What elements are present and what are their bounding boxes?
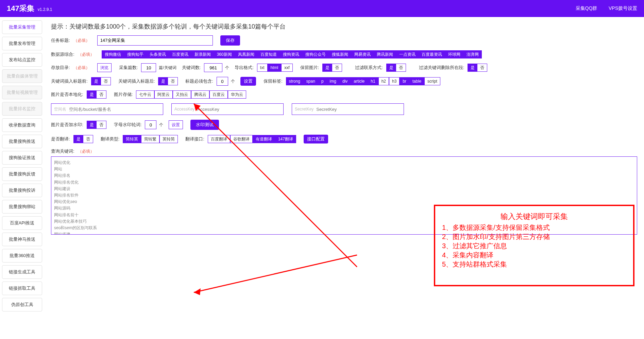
source-tag-3[interactable]: 百度资讯 xyxy=(169,50,191,58)
sidebar-item-s17[interactable]: 伪原创工具 xyxy=(2,298,42,311)
transtype-tag-1[interactable]: 简转繁 xyxy=(141,135,159,143)
api-config-button[interactable]: 接口配置 xyxy=(304,135,328,143)
kwcnt-unit: 个 xyxy=(225,65,229,71)
ak-input[interactable] xyxy=(197,107,281,112)
brand-text: 147采集 xyxy=(7,4,34,13)
source-tag-7[interactable]: 百度知道 xyxy=(257,50,280,58)
sidebar-item-s0[interactable]: 批量采集管理 xyxy=(2,20,42,34)
imgstore-tag-3[interactable]: 腾讯云 xyxy=(191,90,209,99)
annotation-line: 2、图片加水印/支持图片第三方存储 xyxy=(442,232,626,241)
htmltag-2[interactable]: p xyxy=(318,77,327,85)
after-toggle[interactable]: 是否 xyxy=(158,77,178,85)
source-tag-12[interactable]: 腾讯新闻 xyxy=(374,50,396,58)
sidebar-item-s10[interactable]: 批量搜狗投诉 xyxy=(2,184,42,197)
save-button[interactable]: 保存 xyxy=(220,35,240,46)
source-tag-13[interactable]: 一点资讯 xyxy=(396,50,419,58)
sidebar-item-s7[interactable]: 批量搜狗推送 xyxy=(2,135,42,148)
imgstore-tag-2[interactable]: 又拍云 xyxy=(173,90,191,99)
imgstore-tag-5[interactable]: 华为云 xyxy=(228,90,246,99)
sidebar-item-s8[interactable]: 搜狗验证推送 xyxy=(2,151,42,165)
sidebar-item-s13[interactable]: 批量神马推送 xyxy=(2,233,42,246)
source-tag-6[interactable]: 凤凰新闻 xyxy=(235,50,257,58)
fmt-tag-0[interactable]: txt xyxy=(257,64,268,72)
svg-marker-3 xyxy=(194,288,201,295)
sidebar-item-s2[interactable]: 发布站点监控 xyxy=(2,53,42,67)
fmt-tag-1[interactable]: html xyxy=(268,64,282,72)
transtype-tag-2[interactable]: 英转简 xyxy=(159,135,178,143)
count-input[interactable] xyxy=(141,63,156,72)
fmt-tag-2[interactable]: xxf xyxy=(281,64,292,72)
source-tag-0[interactable]: 搜狗微信 xyxy=(102,50,124,58)
filter-toggle[interactable]: 是否 xyxy=(386,64,406,72)
source-tag-14[interactable]: 百度最资讯 xyxy=(419,50,445,58)
transtype-tag-0[interactable]: 简转英 xyxy=(123,135,141,143)
htmltag-10[interactable]: table xyxy=(409,77,424,85)
htmltag-3[interactable]: img xyxy=(327,77,339,85)
kwcnt-input[interactable] xyxy=(204,63,222,72)
imgstore-tag-0[interactable]: 七牛云 xyxy=(136,90,154,99)
imgstore-label: 图片存储: xyxy=(114,91,133,98)
htmltag-6[interactable]: h1 xyxy=(368,77,378,85)
sk-input-group[interactable]: SecretKey xyxy=(292,103,404,115)
store-req: （必填） xyxy=(73,65,90,71)
htmltag-1[interactable]: span xyxy=(303,77,318,85)
delpara-toggle[interactable]: 是否 xyxy=(468,64,487,72)
source-tag-1[interactable]: 搜狗知乎 xyxy=(124,50,147,58)
before-toggle[interactable]: 是否 xyxy=(91,77,111,85)
sidebar-item-s14[interactable]: 批量360推送 xyxy=(2,249,42,262)
space-input-group[interactable]: 空间名 xyxy=(51,103,163,115)
imgstore-tag-1[interactable]: 阿里云 xyxy=(154,90,173,99)
ak-input-group[interactable]: AccessKey xyxy=(171,103,284,115)
imgstore-tag-4[interactable]: 百度云 xyxy=(209,90,228,99)
sidebar-item-s5: 批量排名监控 xyxy=(2,102,42,116)
task-req: （必填） xyxy=(73,38,90,44)
transapi-tag-1[interactable]: 谷歌翻译 xyxy=(230,135,253,143)
browse-button[interactable]: 浏览 xyxy=(97,63,112,72)
htmltag-9[interactable]: br xyxy=(400,77,409,85)
source-tag-4[interactable]: 新浪新闻 xyxy=(191,50,214,58)
htmltag-0[interactable]: strong xyxy=(286,77,303,85)
source-tag-16[interactable]: 澎湃网 xyxy=(463,50,482,58)
transapi-tag-2[interactable]: 有道翻译 xyxy=(253,135,275,143)
sidebar-item-s15[interactable]: 链接生成工具 xyxy=(2,265,42,279)
htmltag-4[interactable]: div xyxy=(339,77,351,85)
sidebar-item-s12[interactable]: 百度API推送 xyxy=(2,216,42,230)
source-tag-2[interactable]: 头条资讯 xyxy=(147,50,169,58)
after-label: 关键词插入标题后: xyxy=(118,78,155,84)
link-qqgroup[interactable]: 采集QQ群 xyxy=(576,5,597,11)
sidebar-item-s9[interactable]: 批量搜狗反馈 xyxy=(2,167,42,181)
htmltag-7[interactable]: h2 xyxy=(378,77,389,85)
source-tag-8[interactable]: 搜狗资讯 xyxy=(280,50,302,58)
transapi-tag-0[interactable]: 百度翻译 xyxy=(208,135,230,143)
link-vps[interactable]: VPS拨号设置 xyxy=(609,5,637,11)
source-tag-11[interactable]: 网易资讯 xyxy=(351,50,374,58)
alpha-input[interactable] xyxy=(145,120,156,129)
header: 147采集 v1.2.9.1 采集QQ群 VPS拨号设置 xyxy=(0,0,644,17)
source-tag-10[interactable]: 搜狐新闻 xyxy=(329,50,351,58)
sidebar-item-s6[interactable]: 收录数据查询 xyxy=(2,118,42,132)
alpha-set-button[interactable]: 设置 xyxy=(169,120,183,129)
task-title-input[interactable] xyxy=(97,35,213,46)
sk-input[interactable] xyxy=(316,107,401,112)
htmltag-5[interactable]: article xyxy=(351,77,368,85)
imglocal-toggle[interactable]: 是否 xyxy=(87,90,106,99)
must-input[interactable] xyxy=(217,77,228,86)
sidebar-item-s1[interactable]: 批量发布管理 xyxy=(2,37,42,50)
alpha-unit: 个 xyxy=(159,122,163,128)
htmltag-8[interactable]: h3 xyxy=(389,77,400,85)
htmltag-11[interactable]: script xyxy=(424,77,440,85)
translate-toggle[interactable]: 是否 xyxy=(73,135,93,143)
space-input[interactable] xyxy=(69,107,160,112)
watermark-test-button[interactable]: 水印测试 xyxy=(190,120,219,130)
sources-label: 数据源综合: xyxy=(51,51,74,57)
keepimg-toggle[interactable]: 是否 xyxy=(322,64,342,72)
sources-req: （必填） xyxy=(78,52,94,57)
source-tag-5[interactable]: 360新闻 xyxy=(214,50,235,58)
source-tag-9[interactable]: 搜狗公众号 xyxy=(302,50,329,58)
must-set-button[interactable]: 设置 xyxy=(240,77,256,86)
source-tag-15[interactable]: 环球网 xyxy=(445,50,463,58)
transapi-tag-3[interactable]: 147翻译 xyxy=(275,135,296,143)
sidebar-item-s16[interactable]: 链接抓取工具 xyxy=(2,282,42,295)
watermark-toggle[interactable]: 是否 xyxy=(87,121,106,129)
sidebar-item-s11[interactable]: 批量搜狗绑站 xyxy=(2,200,42,214)
